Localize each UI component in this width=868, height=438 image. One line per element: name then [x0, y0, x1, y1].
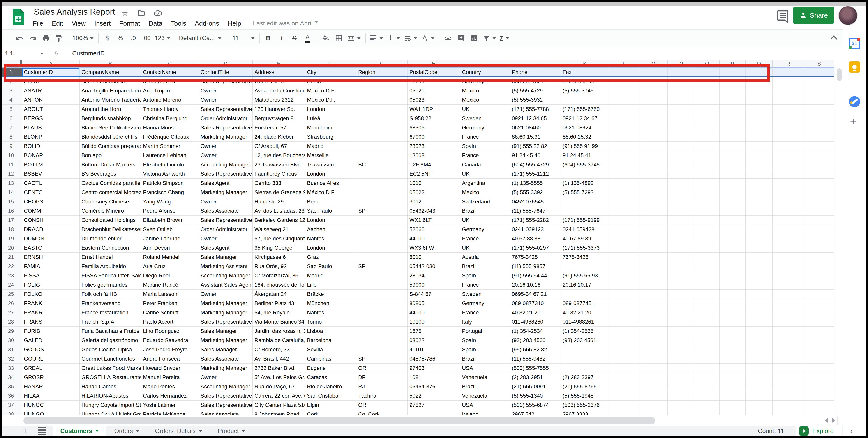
cell-Q26[interactable] [745, 299, 773, 308]
cell-A4[interactable]: ANTON [22, 95, 80, 105]
cell-I13[interactable]: Argentina [460, 179, 510, 188]
cell-E30[interactable]: Rambla de Cataluña, 23 [253, 336, 305, 345]
cell-I33[interactable]: USA [460, 364, 510, 373]
cell-P23[interactable] [720, 271, 745, 280]
cell-G35[interactable]: RJ [356, 382, 408, 391]
cell-D17[interactable]: Sales Representative [199, 216, 253, 225]
horizontal-scrollbar-thumb[interactable] [24, 417, 655, 425]
cell-F11[interactable]: Tsawassen [305, 160, 356, 169]
cell-F27[interactable]: Nantes [305, 308, 356, 317]
cell-B35[interactable]: Hanari Carnes [80, 382, 141, 391]
sheet-tab-orders_details[interactable]: Orders_Details [147, 426, 210, 436]
row-header-34[interactable]: 34 [0, 373, 22, 382]
cell-S31[interactable] [804, 345, 834, 354]
cell-E8[interactable]: 24, place Kléber [253, 132, 305, 142]
cell-Q29[interactable] [745, 326, 773, 336]
vertical-align-menu[interactable] [386, 32, 400, 44]
cell-O31[interactable] [695, 345, 720, 354]
cell-B10[interactable]: Bon app' [80, 151, 141, 160]
cell-K27[interactable]: 40.32.21.20 [561, 308, 609, 317]
row-header-22[interactable]: 22 [0, 262, 22, 271]
cell-D24[interactable]: Assistant Sales Agent [199, 280, 253, 290]
cell-B25[interactable]: Folk och fä HB [80, 290, 141, 299]
cell-Q5[interactable] [745, 105, 773, 114]
cell-M33[interactable] [640, 364, 668, 373]
cell-N22[interactable] [668, 262, 695, 271]
cell-H10[interactable]: 13008 [408, 151, 460, 160]
cell-S10[interactable] [804, 151, 834, 160]
cell-B9[interactable]: Bólido Comidas preparadas [80, 142, 141, 151]
cell-P38[interactable] [720, 410, 745, 415]
cell-B4[interactable]: Antonio Moreno Taquería [80, 95, 141, 105]
cell-D38[interactable]: Sales Associate [199, 410, 253, 415]
cell-N14[interactable] [668, 188, 695, 197]
cell-D36[interactable]: Sales Representative [199, 391, 253, 401]
cell-Q9[interactable] [745, 142, 773, 151]
cell-G28[interactable] [356, 317, 408, 326]
cell-J15[interactable]: 0452-076545 [510, 197, 561, 207]
cell-S20[interactable] [804, 243, 834, 253]
cell-K10[interactable]: 91.24.45.41 [561, 151, 609, 160]
cell-G11[interactable]: BC [356, 160, 408, 169]
cell-D5[interactable]: Sales Representative [199, 105, 253, 114]
row-header-9[interactable]: 9 [0, 142, 22, 151]
cell-K5[interactable]: (171) 555-6750 [561, 105, 609, 114]
cell-R8[interactable] [773, 132, 804, 142]
cell-B28[interactable]: Franchi S.p.A. [80, 317, 141, 326]
cell-C31[interactable]: José Pedro Freyre [141, 345, 199, 354]
cell-F29[interactable]: Lisboa [305, 326, 356, 336]
cell-K13[interactable]: (1) 135-4892 [561, 179, 609, 188]
cell-N27[interactable] [668, 308, 695, 317]
cell-C14[interactable]: Francisco Chang [141, 188, 199, 197]
column-header-R[interactable]: R [773, 60, 804, 68]
cell-S33[interactable] [804, 364, 834, 373]
cell-B38[interactable]: Hungry Owl All-Night Grocers [80, 410, 141, 415]
last-edit-link[interactable]: Last edit was on April 7 [253, 20, 318, 27]
cell-B15[interactable]: Chop-suey Chinese [80, 197, 141, 207]
cell-K22[interactable] [561, 262, 609, 271]
cell-A3[interactable]: ANATR [22, 86, 80, 95]
cell-F33[interactable]: Eugene [305, 364, 356, 373]
cell-S30[interactable] [804, 336, 834, 345]
cell-N4[interactable] [668, 95, 695, 105]
cell-Q8[interactable] [745, 132, 773, 142]
sheet-tab-orders[interactable]: Orders [106, 426, 147, 436]
cell-J31[interactable]: (95) 555 82 82 [510, 345, 561, 354]
cell-I25[interactable]: Sweden [460, 290, 510, 299]
cell-K20[interactable]: (171) 555-3373 [561, 243, 609, 253]
cell-G10[interactable] [356, 151, 408, 160]
cell-A18[interactable]: DRACD [22, 225, 80, 234]
cell-Q22[interactable] [745, 262, 773, 271]
cell-H30[interactable]: 08022 [408, 336, 460, 345]
cell-N17[interactable] [668, 216, 695, 225]
cell-K24[interactable]: 20.16.10.17 [561, 280, 609, 290]
cell-D19[interactable]: Owner [199, 234, 253, 243]
cell-A21[interactable]: ERNSH [22, 253, 80, 262]
cell-M29[interactable] [640, 326, 668, 336]
cell-O19[interactable] [695, 234, 720, 243]
cell-A12[interactable]: BSBEV [22, 169, 80, 179]
cell-N21[interactable] [668, 253, 695, 262]
cell-I31[interactable]: Spain [460, 345, 510, 354]
explore-panel[interactable]: Explore [796, 426, 842, 436]
cell-K35[interactable]: (21) 555-8765 [561, 382, 609, 391]
menu-item-insert[interactable]: Insert [94, 20, 111, 27]
cell-C16[interactable]: Pedro Afonso [141, 207, 199, 216]
cell-E34[interactable]: 5ª Ave. Los Palos Grandes [253, 373, 305, 382]
cell-P15[interactable] [720, 197, 745, 207]
cell-I15[interactable]: Switzerland [460, 197, 510, 207]
cell-O6[interactable] [695, 114, 720, 123]
cell-J26[interactable]: 089-0877310 [510, 299, 561, 308]
cell-S15[interactable] [804, 197, 834, 207]
scroll-left-button[interactable] [822, 416, 830, 425]
cell-P31[interactable] [720, 345, 745, 354]
cell-M16[interactable] [640, 207, 668, 216]
cell-M13[interactable] [640, 179, 668, 188]
cell-A37[interactable]: HUNGC [22, 401, 80, 410]
cell-K17[interactable]: (171) 555-9199 [561, 216, 609, 225]
cell-F32[interactable]: Campinas [305, 354, 356, 364]
cell-R38[interactable] [773, 410, 804, 415]
cell-N30[interactable] [668, 336, 695, 345]
cell-D37[interactable]: Sales Representative [199, 401, 253, 410]
cell-D33[interactable]: Marketing Manager [199, 364, 253, 373]
